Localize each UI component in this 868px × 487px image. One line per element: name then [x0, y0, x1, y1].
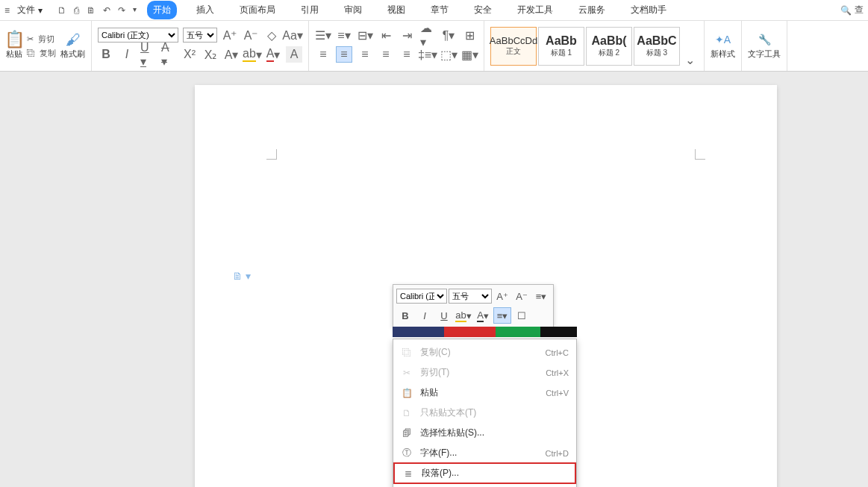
clear-format-icon[interactable]: ◇: [263, 27, 280, 43]
new-style-icon: ✦A: [716, 32, 731, 47]
menu-font[interactable]: Ⓣ 字体(F)... Ctrl+D: [393, 443, 576, 463]
mini-font-name-select[interactable]: Calibri (正: [396, 289, 447, 304]
print-icon[interactable]: ⎙: [74, 5, 79, 16]
align-right-icon[interactable]: ≡: [357, 46, 373, 63]
increase-indent-icon[interactable]: ⇥: [399, 27, 415, 43]
tab-developer[interactable]: 开发工具: [511, 1, 559, 19]
mini-font-size-select[interactable]: 五号: [449, 289, 492, 304]
font-size-select[interactable]: 五号: [183, 28, 217, 43]
tab-stops-icon[interactable]: ⊞: [461, 27, 478, 43]
menu-copy[interactable]: ⿻ 复制(C) Ctrl+C: [393, 342, 576, 362]
ribbon: 📋 粘贴 ✂剪切 ⿻复制 🖌 格式刷 Calibri (正文) 五号 A⁺ A⁻…: [0, 21, 868, 72]
grow-font-icon[interactable]: A⁺: [222, 27, 238, 43]
copy-icon: ⿻: [401, 348, 413, 358]
margin-mark-tr: [695, 149, 705, 160]
style-heading2[interactable]: AaBb( 标题 2: [586, 27, 632, 66]
mini-italic-icon[interactable]: I: [416, 307, 434, 324]
borders-icon[interactable]: ▦▾: [461, 46, 478, 63]
shrink-font-icon[interactable]: A⁻: [243, 27, 259, 43]
change-case-icon[interactable]: Aa▾: [284, 27, 301, 43]
menu-paste-text[interactable]: 🗋 只粘贴文本(T): [393, 403, 576, 423]
paste-icon: 📋: [401, 388, 413, 398]
show-marks-icon[interactable]: ¶▾: [440, 27, 457, 43]
shading-bg-icon[interactable]: ⬚▾: [440, 46, 457, 63]
text-tools-button[interactable]: 🔧 文字工具: [748, 32, 781, 60]
line-spacing-icon[interactable]: ‡≡▾: [419, 46, 436, 63]
paragraph-options-icon[interactable]: 🗎 ▾: [232, 270, 251, 282]
tab-view[interactable]: 视图: [381, 1, 411, 19]
search-button[interactable]: 🔍 查: [840, 4, 864, 16]
cut-button[interactable]: ✂剪切: [27, 34, 56, 45]
subscript-icon[interactable]: X₂: [202, 46, 219, 63]
strikethrough-icon[interactable]: A ▾: [160, 46, 177, 63]
shading-icon[interactable]: A: [286, 46, 302, 63]
mini-bold-icon[interactable]: B: [396, 307, 414, 324]
tab-chapters[interactable]: 章节: [425, 1, 455, 19]
cut-icon: ✂: [401, 368, 413, 378]
superscript-icon[interactable]: X²: [181, 46, 198, 63]
menu-paste[interactable]: 📋 粘贴 Ctrl+V: [393, 383, 576, 403]
distribute-icon[interactable]: ≡: [399, 46, 415, 63]
menu-bullets-numbering[interactable]: ☷ 项目符号和编号(N)...: [393, 483, 576, 487]
italic-icon[interactable]: I: [119, 46, 135, 63]
tab-page-layout[interactable]: 页面布局: [234, 1, 281, 19]
ribbon-group-styles: AaBbCcDd 正文 AaBb 标题 1 AaBb( 标题 2 AaBbC 标…: [484, 21, 705, 71]
tab-security[interactable]: 安全: [468, 1, 498, 19]
image-preview-strip: [393, 327, 577, 337]
menu-cut[interactable]: ✂ 剪切(T) Ctrl+X: [393, 362, 576, 383]
new-style-button[interactable]: ✦A 新样式: [711, 32, 735, 60]
chevron-down-icon[interactable]: ▾: [133, 5, 137, 16]
mini-font-color-icon[interactable]: A▾: [474, 307, 492, 324]
tab-references[interactable]: 引用: [295, 1, 325, 19]
multilevel-icon[interactable]: ⊟▾: [357, 27, 373, 43]
bold-icon[interactable]: B: [98, 46, 114, 63]
font-color-icon[interactable]: A▾: [265, 46, 281, 63]
paste-button[interactable]: 📋 粘贴: [6, 32, 22, 60]
undo-icon[interactable]: ↶: [103, 5, 110, 16]
save-icon[interactable]: 🗋: [57, 5, 66, 16]
justify-icon[interactable]: ≡: [378, 46, 394, 63]
sort-icon[interactable]: ☁▾: [419, 27, 436, 43]
tab-insert[interactable]: 插入: [190, 1, 220, 19]
style-normal[interactable]: AaBbCcDd 正文: [490, 27, 537, 66]
styles-more-icon[interactable]: ⌄: [681, 51, 698, 68]
mini-shrink-font-icon[interactable]: A⁻: [513, 288, 531, 304]
bullets-icon[interactable]: ☰▾: [315, 27, 331, 43]
margin-mark-tl: [266, 149, 277, 160]
menu-icon[interactable]: ≡: [4, 5, 10, 16]
mini-align-icon[interactable]: ≡▾: [493, 307, 511, 324]
mini-underline-icon[interactable]: U: [435, 307, 453, 324]
menu-paste-special[interactable]: 🗐 选择性粘贴(S)...: [393, 423, 576, 443]
preview-icon[interactable]: 🗎: [87, 5, 96, 16]
underline-icon[interactable]: U ▾: [140, 46, 156, 63]
search-icon: 🔍: [840, 5, 852, 16]
paste-special-icon: 🗐: [401, 428, 413, 439]
style-heading1[interactable]: AaBb 标题 1: [538, 27, 584, 66]
numbering-icon[interactable]: ≡▾: [336, 27, 352, 43]
menu-paragraph[interactable]: ≣ 段落(P)...: [393, 462, 576, 484]
redo-icon[interactable]: ↷: [118, 5, 125, 16]
highlight-icon[interactable]: ab▾: [244, 46, 260, 63]
mini-insert-icon[interactable]: ☐: [513, 307, 531, 324]
ribbon-group-newstyle: ✦A 新样式: [705, 21, 742, 71]
align-left-icon[interactable]: ≡: [315, 46, 331, 63]
style-heading3[interactable]: AaBbC 标题 3: [634, 27, 680, 66]
tab-cloud[interactable]: 云服务: [572, 1, 611, 19]
mini-highlight-icon[interactable]: ab▾: [455, 307, 472, 324]
tab-review[interactable]: 审阅: [338, 1, 368, 19]
tab-start[interactable]: 开始: [147, 1, 177, 19]
tab-assistant[interactable]: 文档助手: [625, 1, 672, 19]
copy-icon: ⿻: [27, 48, 35, 57]
align-center-icon[interactable]: ≡: [336, 46, 352, 63]
text-effects-icon[interactable]: A▾: [223, 46, 240, 63]
mini-grow-font-icon[interactable]: A⁺: [493, 288, 511, 304]
document-area: 🗎 ▾ Calibri (正 五号 A⁺ A⁻ ≡▾ B I U ab▾ A▾ …: [0, 72, 868, 487]
format-painter-button[interactable]: 🖌 格式刷: [60, 32, 85, 60]
ribbon-group-clipboard: 📋 粘贴 ✂剪切 ⿻复制 🖌 格式刷: [0, 21, 92, 71]
mini-line-spacing-icon[interactable]: ≡▾: [532, 288, 550, 304]
file-menu[interactable]: 文件 ▾: [13, 2, 47, 18]
copy-button[interactable]: ⿻复制: [27, 48, 56, 59]
paste-icon: 📋: [7, 32, 22, 47]
paragraph-icon: ≣: [402, 468, 414, 479]
decrease-indent-icon[interactable]: ⇤: [378, 27, 394, 43]
